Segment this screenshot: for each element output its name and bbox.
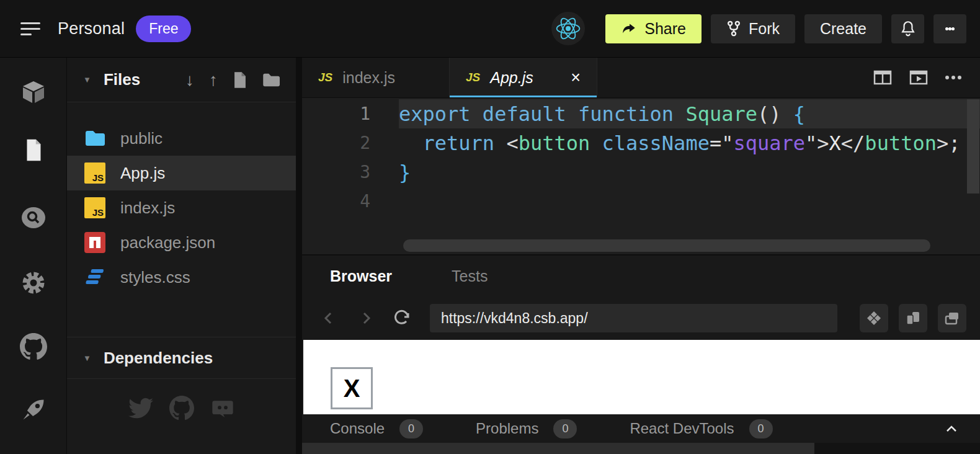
- file-name: public: [120, 129, 163, 148]
- codesandbox-app: Personal Free Share: [0, 0, 980, 454]
- chevron-down-icon: ▼: [83, 354, 91, 363]
- code-text: export default function Square() {: [399, 102, 805, 126]
- social-links: [67, 396, 296, 423]
- discord-icon[interactable]: [210, 396, 235, 423]
- preview-panel: Browser Tests https://vkd4n8.csb.app/: [302, 256, 980, 454]
- js-file-icon: JS: [84, 162, 105, 184]
- file-list: publicJSApp.jsJSindex.jspackage.jsonstyl…: [67, 102, 296, 295]
- dependencies-header[interactable]: ▼ Dependencies: [67, 337, 296, 379]
- file-name: styles.css: [120, 268, 190, 287]
- file-name: index.js: [120, 198, 175, 218]
- square-button[interactable]: X: [331, 367, 373, 409]
- javascript-file-icon: JS: [84, 197, 105, 218]
- chevron-down-icon: ▼: [83, 75, 91, 84]
- upload-icon[interactable]: ↑: [209, 71, 218, 89]
- code-text: }: [399, 161, 411, 184]
- open-new-window-icon[interactable]: [938, 304, 966, 332]
- code-line-1[interactable]: 1export default function Square() {: [302, 99, 980, 128]
- editor-tab-index.js[interactable]: JSindex.js: [302, 58, 450, 97]
- workspace-name[interactable]: Personal: [58, 19, 125, 38]
- sandbox-cube-icon[interactable]: [19, 78, 48, 107]
- file-name: App.js: [120, 164, 165, 183]
- devtools-bar: Console0Problems0React DevTools0: [302, 414, 980, 443]
- new-file-icon[interactable]: [233, 71, 247, 89]
- file-row-index.js[interactable]: JSindex.js: [67, 190, 296, 225]
- react-logo-icon: [551, 12, 585, 45]
- vertical-scrollbar[interactable]: [967, 99, 979, 194]
- js-file-icon: JS: [84, 197, 105, 218]
- editor-tab-App.js[interactable]: JSApp.js×: [450, 58, 597, 97]
- bell-icon: [900, 20, 916, 37]
- code-editor[interactable]: 1export default function Square() {2 ret…: [302, 98, 980, 256]
- code-line-3[interactable]: 3}: [302, 158, 980, 187]
- line-number: 3: [302, 162, 399, 182]
- create-button[interactable]: Create: [804, 14, 882, 43]
- activity-rail: [0, 58, 66, 454]
- files-header[interactable]: ▼ Files ↓ ↑: [67, 58, 296, 102]
- file-row-public[interactable]: public: [67, 121, 296, 156]
- count-badge: 0: [749, 419, 773, 438]
- line-number: 2: [302, 133, 399, 153]
- devtools-tab-problems[interactable]: Problems0: [476, 419, 577, 438]
- notifications-button[interactable]: [891, 14, 924, 43]
- forward-icon[interactable]: [358, 310, 374, 326]
- file-row-styles.css[interactable]: styles.css: [67, 260, 296, 295]
- tab-browser[interactable]: Browser: [330, 267, 392, 285]
- line-number: 1: [302, 104, 399, 124]
- dependencies-title: Dependencies: [104, 349, 213, 368]
- browser-preview: X: [303, 340, 980, 414]
- devtools-tab-label: React DevTools: [630, 420, 734, 437]
- devtools-tab-label: Problems: [476, 420, 538, 437]
- share-button[interactable]: Share: [605, 14, 702, 43]
- devtools-tab-react-devtools[interactable]: React DevTools0: [630, 419, 772, 438]
- panel-divider[interactable]: [296, 58, 302, 454]
- new-folder-icon[interactable]: [262, 73, 280, 87]
- top-bar: Personal Free Share: [0, 0, 980, 58]
- open-preview-icon[interactable]: [908, 67, 929, 88]
- responsive-mode-icon[interactable]: [860, 304, 888, 332]
- editor-tab-bar: JSindex.jsJSApp.js×: [302, 58, 980, 98]
- editor-more-icon[interactable]: [944, 74, 963, 81]
- split-view-icon[interactable]: [872, 67, 893, 88]
- menu-icon[interactable]: [20, 19, 40, 39]
- deploy-rocket-icon[interactable]: [19, 396, 48, 424]
- share-arrow-icon: [621, 20, 637, 37]
- fork-button[interactable]: Fork: [711, 14, 795, 43]
- bottom-scrollbar[interactable]: [302, 443, 980, 454]
- back-icon[interactable]: [321, 310, 337, 326]
- refresh-icon[interactable]: [393, 309, 411, 327]
- count-badge: 0: [399, 419, 423, 438]
- url-input[interactable]: https://vkd4n8.csb.app/: [430, 304, 837, 332]
- files-panel: ▼ Files ↓ ↑ publicJSApp.jsJSindex.jspack…: [66, 58, 296, 454]
- javascript-file-icon: JS: [466, 71, 480, 84]
- javascript-file-icon: JS: [318, 71, 332, 84]
- code-text: return <button className="square">X</but…: [399, 131, 960, 155]
- code-line-4[interactable]: 4: [302, 187, 980, 216]
- files-explorer-icon[interactable]: [19, 136, 48, 164]
- tab-label: App.js: [490, 69, 533, 87]
- file-name: package.json: [120, 233, 215, 252]
- files-title: Files: [104, 70, 140, 89]
- search-icon[interactable]: [19, 203, 48, 232]
- devtools-tab-console[interactable]: Console0: [330, 419, 423, 438]
- javascript-file-icon: JS: [84, 162, 105, 184]
- settings-gear-icon[interactable]: [19, 269, 48, 297]
- css-file-icon: [84, 267, 105, 288]
- file-row-package.json[interactable]: package.json: [67, 225, 296, 260]
- close-tab-icon[interactable]: ×: [571, 69, 581, 86]
- split-preview-icon[interactable]: [899, 304, 927, 332]
- download-icon[interactable]: ↓: [185, 71, 194, 89]
- editor-panel: JSindex.jsJSApp.js× 1export default func…: [302, 58, 980, 256]
- twitter-icon[interactable]: [128, 396, 153, 423]
- file-row-App.js[interactable]: JSApp.js: [67, 156, 296, 190]
- horizontal-scrollbar[interactable]: [403, 239, 930, 252]
- github-icon[interactable]: [169, 396, 194, 423]
- code-line-2[interactable]: 2 return <button className="square">X</b…: [302, 128, 980, 158]
- tab-tests[interactable]: Tests: [452, 267, 488, 285]
- collapse-chevron-icon[interactable]: [944, 422, 959, 435]
- fork-icon: [726, 20, 741, 37]
- tab-label: index.js: [342, 69, 395, 87]
- github-rail-icon[interactable]: [19, 332, 48, 361]
- url-toolbar: https://vkd4n8.csb.app/: [302, 296, 980, 340]
- more-options-button[interactable]: [933, 14, 966, 43]
